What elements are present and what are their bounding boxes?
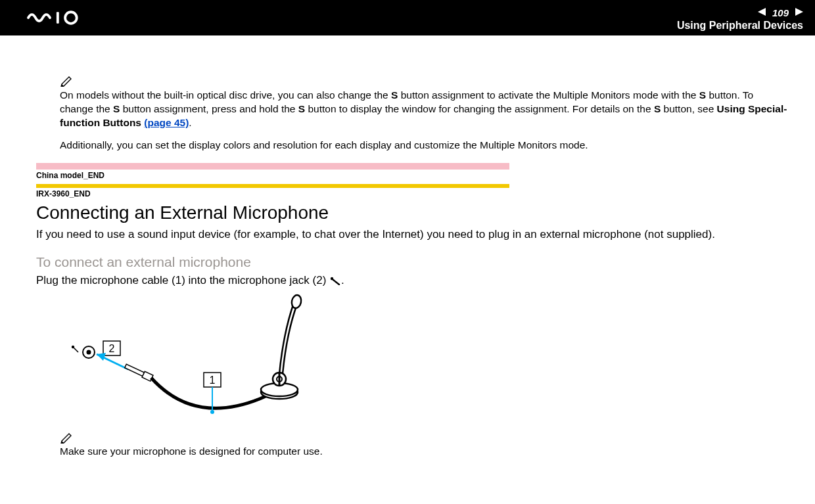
svg-rect-0 bbox=[57, 12, 59, 24]
note-text-1: On models without the built-in optical d… bbox=[60, 89, 789, 130]
svg-point-17 bbox=[210, 410, 214, 414]
note-extra-text: Additionally, you can set the display co… bbox=[60, 139, 789, 151]
note-block-1: On models without the built-in optical d… bbox=[60, 75, 789, 151]
section-title: Using Peripheral Devices bbox=[677, 20, 803, 32]
svg-point-1 bbox=[65, 12, 77, 24]
page-link[interactable]: (page 45) bbox=[144, 117, 189, 128]
page-nav: 109 bbox=[758, 7, 803, 18]
note-block-2: Make sure your microphone is designed fo… bbox=[60, 432, 789, 457]
callout-1: 1 bbox=[210, 375, 216, 386]
page-content: On models without the built-in optical d… bbox=[0, 35, 815, 470]
svg-rect-13 bbox=[125, 364, 145, 376]
microphone-icon bbox=[329, 276, 341, 285]
yellow-divider bbox=[36, 184, 509, 188]
note-icon bbox=[60, 75, 789, 89]
next-page-arrow-icon[interactable] bbox=[791, 8, 803, 17]
svg-line-5 bbox=[333, 280, 340, 285]
svg-point-23 bbox=[291, 294, 302, 308]
svg-marker-12 bbox=[97, 353, 106, 361]
tag-irx: IRX-3960_END bbox=[36, 189, 789, 198]
svg-line-7 bbox=[74, 348, 78, 352]
page-header: 109 Using Peripheral Devices bbox=[0, 0, 815, 35]
svg-marker-2 bbox=[758, 8, 766, 16]
microphone-figure: 2 1 bbox=[62, 294, 789, 428]
header-right: 109 Using Peripheral Devices bbox=[677, 5, 803, 32]
svg-point-9 bbox=[87, 350, 91, 354]
tag-china: China model_END bbox=[36, 171, 789, 180]
instruction: Plug the microphone cable (1) into the m… bbox=[36, 274, 789, 287]
page-number: 109 bbox=[772, 7, 789, 18]
sub-heading: To connect an external microphone bbox=[36, 254, 789, 270]
note-icon bbox=[60, 432, 789, 446]
vaio-logo bbox=[18, 11, 110, 25]
callout-2: 2 bbox=[109, 343, 115, 354]
heading: Connecting an External Microphone bbox=[36, 202, 789, 223]
pink-divider bbox=[36, 163, 509, 170]
prev-page-arrow-icon[interactable] bbox=[758, 8, 770, 17]
intro-paragraph: If you need to use a sound input device … bbox=[36, 227, 789, 242]
svg-marker-3 bbox=[795, 8, 803, 16]
note-text-2: Make sure your microphone is designed fo… bbox=[60, 446, 789, 457]
